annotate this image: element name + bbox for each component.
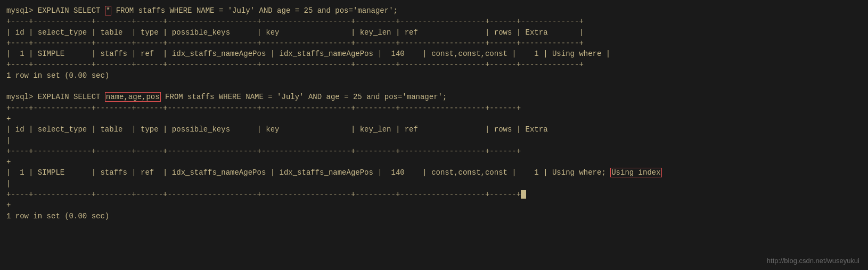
watermark: http://blog.csdn.net/wuseyukui: [767, 257, 859, 265]
table1-row: | 1 | SIMPLE | staffs | ref | idx_staffs…: [6, 48, 862, 59]
table2-header-a: | id | select_type | table | type | poss…: [6, 124, 862, 135]
table2-header-b: |: [6, 135, 862, 146]
table2-sep1-a: +----+-------------+--------+------+----…: [6, 103, 862, 113]
rowcount2: 1 row in set (0.00 sec): [6, 211, 862, 222]
table2-row-b: |: [6, 178, 862, 189]
table2-sep3-a: +----+-------------+--------+------+----…: [6, 189, 862, 200]
query1-prompt: mysql> EXPLAIN SELECT: [6, 6, 105, 15]
table1-header: | id | select_type | table | type | poss…: [6, 27, 862, 38]
terminal-window: mysql> EXPLAIN SELECT * FROM staffs WHER…: [0, 0, 868, 270]
table2-sep3-b: +: [6, 200, 862, 210]
query2-rest: FROM staffs WHERE NAME = 'July' AND age …: [161, 93, 447, 101]
table1-sep-mid: +----+-------------+--------+------+----…: [6, 38, 862, 48]
table2-sep2-a: +----+-------------+--------+------+----…: [6, 146, 862, 157]
query2-highlight-cols: name,age,pos: [105, 92, 161, 102]
query1-rest: FROM staffs WHERE NAME = 'July' AND age …: [111, 6, 398, 15]
rowcount1: 1 row in set (0.00 sec): [6, 70, 862, 81]
text-cursor: [521, 190, 526, 199]
table2-row: | 1 | SIMPLE | staffs | ref | idx_staffs…: [6, 167, 862, 178]
using-index-highlight: Using index: [610, 168, 661, 177]
query2-prompt: mysql> EXPLAIN SELECT: [6, 93, 105, 101]
table2-sep1-b: +: [6, 113, 862, 124]
query2-line: mysql> EXPLAIN SELECT name,age,pos FROM …: [6, 92, 862, 102]
blank-line1: [6, 81, 862, 92]
query1-highlight-star: *: [105, 6, 111, 15]
table1-sep-top: +----+-------------+--------+------+----…: [6, 16, 862, 27]
query1-line: mysql> EXPLAIN SELECT * FROM staffs WHER…: [6, 5, 862, 16]
table1-sep-bot: +----+-------------+--------+------+----…: [6, 59, 862, 70]
table2-sep2-b: +: [6, 157, 862, 167]
